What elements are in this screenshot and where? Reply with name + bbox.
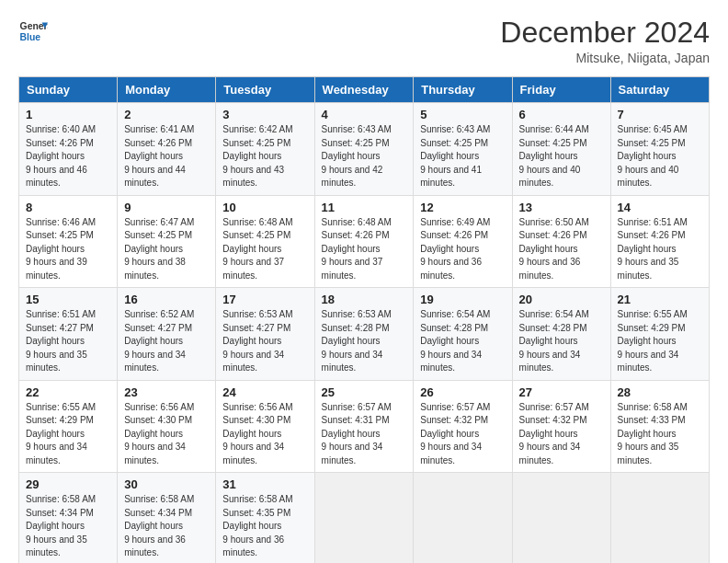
daylight-value: 9 hours and 35 minutes. — [618, 442, 679, 465]
daylight-value: 9 hours and 34 minutes. — [420, 350, 482, 373]
calendar-cell: 17 Sunrise: 6:53 AM Sunset: 4:27 PM Dayl… — [216, 288, 314, 381]
sunrise-label: Sunrise: 6:58 AM — [124, 494, 194, 504]
col-monday: Monday — [118, 77, 216, 103]
sunset-label: Sunset: 4:32 PM — [420, 415, 488, 425]
daylight-label: Daylight hours — [222, 244, 281, 254]
daylight-value: 9 hours and 42 minutes. — [322, 165, 383, 189]
day-number: 29 — [26, 477, 110, 491]
day-info: Sunrise: 6:41 AM Sunset: 4:26 PM Dayligh… — [124, 123, 209, 190]
day-number: 13 — [519, 201, 604, 214]
daylight-label: Daylight hours — [322, 336, 381, 346]
day-number: 27 — [519, 385, 604, 399]
col-friday: Friday — [512, 77, 610, 103]
calendar-cell: 31 Sunrise: 6:58 AM Sunset: 4:35 PM Dayl… — [216, 473, 314, 563]
sunrise-label: Sunrise: 6:55 AM — [618, 309, 688, 319]
calendar-cell: 7 Sunrise: 6:45 AM Sunset: 4:25 PM Dayli… — [610, 103, 709, 196]
day-number: 16 — [124, 293, 209, 306]
day-number: 15 — [26, 293, 110, 306]
sunset-label: Sunset: 4:29 PM — [618, 323, 686, 333]
day-info: Sunrise: 6:55 AM Sunset: 4:29 PM Dayligh… — [26, 401, 110, 468]
day-number: 18 — [322, 293, 407, 306]
calendar-cell: 22 Sunrise: 6:55 AM Sunset: 4:29 PM Dayl… — [19, 380, 118, 473]
sunrise-label: Sunrise: 6:46 AM — [26, 217, 96, 227]
sunset-label: Sunset: 4:27 PM — [26, 323, 94, 333]
day-info: Sunrise: 6:48 AM Sunset: 4:25 PM Dayligh… — [222, 216, 307, 283]
calendar-cell: 1 Sunrise: 6:40 AM Sunset: 4:26 PM Dayli… — [19, 103, 118, 196]
calendar-cell: 29 Sunrise: 6:58 AM Sunset: 4:34 PM Dayl… — [19, 473, 118, 563]
day-number: 12 — [420, 201, 505, 214]
day-info: Sunrise: 6:56 AM Sunset: 4:30 PM Dayligh… — [124, 401, 209, 468]
day-info: Sunrise: 6:57 AM Sunset: 4:32 PM Dayligh… — [519, 401, 604, 468]
day-info: Sunrise: 6:58 AM Sunset: 4:34 PM Dayligh… — [124, 493, 209, 560]
sunset-label: Sunset: 4:28 PM — [322, 323, 390, 333]
day-info: Sunrise: 6:49 AM Sunset: 4:26 PM Dayligh… — [420, 216, 505, 283]
calendar-cell: 21 Sunrise: 6:55 AM Sunset: 4:29 PM Dayl… — [610, 288, 709, 381]
day-number: 4 — [322, 108, 407, 121]
sunset-label: Sunset: 4:25 PM — [420, 138, 488, 148]
daylight-label: Daylight hours — [420, 336, 479, 346]
calendar-cell: 5 Sunrise: 6:43 AM Sunset: 4:25 PM Dayli… — [414, 103, 512, 196]
daylight-label: Daylight hours — [124, 429, 183, 439]
daylight-label: Daylight hours — [124, 521, 183, 531]
daylight-label: Daylight hours — [322, 244, 381, 254]
sunrise-label: Sunrise: 6:58 AM — [618, 402, 688, 412]
sunset-label: Sunset: 4:25 PM — [618, 138, 686, 148]
daylight-label: Daylight hours — [26, 521, 85, 531]
calendar-cell — [610, 473, 709, 563]
day-number: 6 — [519, 108, 604, 121]
day-info: Sunrise: 6:53 AM Sunset: 4:28 PM Dayligh… — [322, 308, 407, 375]
sunrise-label: Sunrise: 6:57 AM — [322, 402, 392, 412]
daylight-label: Daylight hours — [222, 336, 281, 346]
sunrise-label: Sunrise: 6:43 AM — [420, 124, 490, 134]
day-info: Sunrise: 6:51 AM Sunset: 4:26 PM Dayligh… — [618, 216, 702, 283]
day-number: 17 — [222, 293, 307, 306]
sunrise-label: Sunrise: 6:57 AM — [519, 402, 589, 412]
calendar-cell: 2 Sunrise: 6:41 AM Sunset: 4:26 PM Dayli… — [118, 103, 216, 196]
daylight-value: 9 hours and 34 minutes. — [124, 442, 186, 465]
day-info: Sunrise: 6:50 AM Sunset: 4:26 PM Dayligh… — [519, 216, 604, 283]
calendar-cell — [414, 473, 512, 563]
sunset-label: Sunset: 4:34 PM — [26, 508, 94, 518]
day-number: 26 — [420, 385, 505, 399]
daylight-label: Daylight hours — [519, 429, 578, 439]
daylight-value: 9 hours and 34 minutes. — [519, 350, 581, 373]
daylight-value: 9 hours and 34 minutes. — [322, 442, 383, 465]
sunset-label: Sunset: 4:28 PM — [420, 323, 488, 333]
day-number: 31 — [222, 477, 307, 491]
day-number: 19 — [420, 293, 505, 306]
day-info: Sunrise: 6:53 AM Sunset: 4:27 PM Dayligh… — [222, 308, 307, 375]
daylight-label: Daylight hours — [322, 151, 381, 161]
month-title: December 2024 — [500, 17, 710, 49]
calendar-cell: 18 Sunrise: 6:53 AM Sunset: 4:28 PM Dayl… — [314, 288, 414, 381]
sunrise-label: Sunrise: 6:49 AM — [420, 217, 490, 227]
calendar-cell: 4 Sunrise: 6:43 AM Sunset: 4:25 PM Dayli… — [314, 103, 414, 196]
day-number: 2 — [124, 108, 209, 121]
sunrise-label: Sunrise: 6:58 AM — [26, 494, 96, 504]
col-saturday: Saturday — [610, 77, 709, 103]
sunset-label: Sunset: 4:26 PM — [519, 230, 587, 240]
sunrise-label: Sunrise: 6:53 AM — [322, 309, 392, 319]
calendar-cell: 27 Sunrise: 6:57 AM Sunset: 4:32 PM Dayl… — [512, 380, 610, 473]
sunset-label: Sunset: 4:34 PM — [124, 508, 192, 518]
calendar-table: Sunday Monday Tuesday Wednesday Thursday… — [18, 76, 710, 563]
day-number: 30 — [124, 477, 209, 491]
sunset-label: Sunset: 4:25 PM — [322, 138, 390, 148]
day-info: Sunrise: 6:52 AM Sunset: 4:27 PM Dayligh… — [124, 308, 209, 375]
day-number: 10 — [222, 201, 307, 214]
sunset-label: Sunset: 4:27 PM — [124, 323, 192, 333]
sunrise-label: Sunrise: 6:51 AM — [26, 309, 96, 319]
day-number: 20 — [519, 293, 604, 306]
daylight-label: Daylight hours — [618, 336, 677, 346]
daylight-value: 9 hours and 40 minutes. — [618, 165, 679, 189]
sunrise-label: Sunrise: 6:47 AM — [124, 217, 194, 227]
daylight-label: Daylight hours — [26, 336, 85, 346]
sunset-label: Sunset: 4:30 PM — [222, 415, 290, 425]
daylight-value: 9 hours and 34 minutes. — [519, 442, 581, 465]
day-info: Sunrise: 6:46 AM Sunset: 4:25 PM Dayligh… — [26, 216, 110, 283]
sunrise-label: Sunrise: 6:56 AM — [222, 402, 292, 412]
daylight-label: Daylight hours — [124, 151, 183, 161]
sunset-label: Sunset: 4:28 PM — [519, 323, 587, 333]
header: General Blue December 2024 Mitsuke, Niig… — [18, 17, 710, 65]
daylight-label: Daylight hours — [420, 429, 479, 439]
calendar-cell: 20 Sunrise: 6:54 AM Sunset: 4:28 PM Dayl… — [512, 288, 610, 381]
